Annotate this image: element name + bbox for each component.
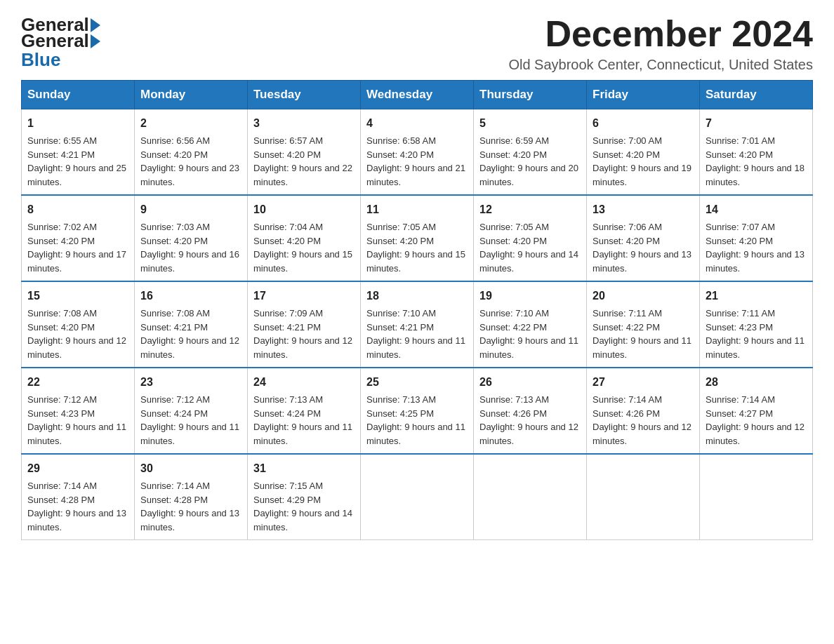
table-row: 7Sunrise: 7:01 AMSunset: 4:20 PMDaylight… bbox=[700, 109, 813, 196]
day-info: Sunrise: 7:15 AMSunset: 4:29 PMDaylight:… bbox=[253, 479, 355, 534]
table-row: 8Sunrise: 7:02 AMSunset: 4:20 PMDaylight… bbox=[22, 195, 135, 281]
table-row: 16Sunrise: 7:08 AMSunset: 4:21 PMDayligh… bbox=[135, 281, 248, 368]
day-info: Sunrise: 7:12 AMSunset: 4:23 PMDaylight:… bbox=[27, 393, 128, 448]
table-row: 5Sunrise: 6:59 AMSunset: 4:20 PMDaylight… bbox=[474, 109, 587, 196]
month-year-title: December 2024 bbox=[508, 14, 813, 54]
calendar-week-5: 29Sunrise: 7:14 AMSunset: 4:28 PMDayligh… bbox=[22, 454, 813, 540]
location-subtitle: Old Saybrook Center, Connecticut, United… bbox=[508, 57, 813, 73]
day-info: Sunrise: 7:13 AMSunset: 4:24 PMDaylight:… bbox=[253, 393, 355, 448]
logo-arrow-icon2 bbox=[91, 34, 100, 48]
table-row: 19Sunrise: 7:10 AMSunset: 4:22 PMDayligh… bbox=[474, 281, 587, 368]
day-number: 19 bbox=[479, 288, 581, 304]
day-info: Sunrise: 7:05 AMSunset: 4:20 PMDaylight:… bbox=[366, 220, 468, 275]
table-row: 25Sunrise: 7:13 AMSunset: 4:25 PMDayligh… bbox=[361, 368, 474, 454]
day-info: Sunrise: 6:55 AMSunset: 4:21 PMDaylight:… bbox=[27, 134, 128, 189]
table-row: 26Sunrise: 7:13 AMSunset: 4:26 PMDayligh… bbox=[474, 368, 587, 454]
table-row: 30Sunrise: 7:14 AMSunset: 4:28 PMDayligh… bbox=[135, 454, 248, 540]
table-row: 24Sunrise: 7:13 AMSunset: 4:24 PMDayligh… bbox=[248, 368, 361, 454]
day-info: Sunrise: 7:10 AMSunset: 4:22 PMDaylight:… bbox=[479, 307, 581, 361]
table-row: 3Sunrise: 6:57 AMSunset: 4:20 PMDaylight… bbox=[248, 109, 361, 196]
table-row: 22Sunrise: 7:12 AMSunset: 4:23 PMDayligh… bbox=[22, 368, 135, 454]
table-row: 17Sunrise: 7:09 AMSunset: 4:21 PMDayligh… bbox=[248, 281, 361, 368]
col-monday: Monday bbox=[135, 81, 248, 109]
day-number: 11 bbox=[366, 201, 468, 218]
table-row: 9Sunrise: 7:03 AMSunset: 4:20 PMDaylight… bbox=[135, 195, 248, 281]
table-row: 20Sunrise: 7:11 AMSunset: 4:22 PMDayligh… bbox=[587, 281, 700, 368]
col-saturday: Saturday bbox=[700, 81, 813, 109]
calendar-header-row: Sunday Monday Tuesday Wednesday Thursday… bbox=[22, 81, 813, 109]
day-info: Sunrise: 7:05 AMSunset: 4:20 PMDaylight:… bbox=[479, 220, 581, 275]
day-number: 29 bbox=[27, 460, 128, 477]
calendar-table: Sunday Monday Tuesday Wednesday Thursday… bbox=[21, 80, 813, 540]
day-info: Sunrise: 7:02 AMSunset: 4:20 PMDaylight:… bbox=[27, 220, 128, 275]
day-info: Sunrise: 6:58 AMSunset: 4:20 PMDaylight:… bbox=[366, 134, 468, 189]
day-number: 3 bbox=[253, 115, 355, 132]
day-number: 31 bbox=[253, 460, 355, 477]
day-info: Sunrise: 6:56 AMSunset: 4:20 PMDaylight:… bbox=[140, 134, 241, 189]
table-row: 12Sunrise: 7:05 AMSunset: 4:20 PMDayligh… bbox=[474, 195, 587, 281]
table-row: 28Sunrise: 7:14 AMSunset: 4:27 PMDayligh… bbox=[700, 368, 813, 454]
calendar-week-2: 8Sunrise: 7:02 AMSunset: 4:20 PMDaylight… bbox=[22, 195, 813, 281]
col-friday: Friday bbox=[587, 81, 700, 109]
day-number: 9 bbox=[140, 201, 241, 218]
day-number: 2 bbox=[140, 115, 241, 132]
calendar-week-3: 15Sunrise: 7:08 AMSunset: 4:20 PMDayligh… bbox=[22, 281, 813, 368]
day-info: Sunrise: 7:14 AMSunset: 4:27 PMDaylight:… bbox=[706, 393, 807, 448]
day-number: 26 bbox=[479, 374, 581, 391]
col-sunday: Sunday bbox=[22, 81, 135, 109]
day-number: 6 bbox=[593, 115, 694, 132]
day-info: Sunrise: 7:01 AMSunset: 4:20 PMDaylight:… bbox=[706, 134, 807, 189]
col-thursday: Thursday bbox=[474, 81, 587, 109]
table-row: 10Sunrise: 7:04 AMSunset: 4:20 PMDayligh… bbox=[248, 195, 361, 281]
day-info: Sunrise: 7:11 AMSunset: 4:22 PMDaylight:… bbox=[593, 307, 694, 361]
col-wednesday: Wednesday bbox=[361, 81, 474, 109]
day-info: Sunrise: 7:08 AMSunset: 4:21 PMDaylight:… bbox=[140, 307, 241, 361]
day-info: Sunrise: 7:13 AMSunset: 4:26 PMDaylight:… bbox=[479, 393, 581, 448]
logo-blue-text: Blue bbox=[21, 49, 60, 70]
table-row: 29Sunrise: 7:14 AMSunset: 4:28 PMDayligh… bbox=[22, 454, 135, 540]
day-number: 12 bbox=[479, 201, 581, 218]
day-number: 1 bbox=[27, 115, 128, 132]
day-info: Sunrise: 7:14 AMSunset: 4:26 PMDaylight:… bbox=[593, 393, 694, 448]
table-row: 6Sunrise: 7:00 AMSunset: 4:20 PMDaylight… bbox=[587, 109, 700, 196]
table-row: 23Sunrise: 7:12 AMSunset: 4:24 PMDayligh… bbox=[135, 368, 248, 454]
page-header: General General Blue December 2024 Old S… bbox=[21, 14, 813, 73]
day-number: 15 bbox=[27, 288, 128, 304]
day-number: 20 bbox=[593, 288, 694, 304]
table-row bbox=[361, 454, 474, 540]
day-number: 21 bbox=[706, 288, 807, 304]
day-number: 7 bbox=[706, 115, 807, 132]
day-info: Sunrise: 7:03 AMSunset: 4:20 PMDaylight:… bbox=[140, 220, 241, 275]
day-info: Sunrise: 7:12 AMSunset: 4:24 PMDaylight:… bbox=[140, 393, 241, 448]
day-info: Sunrise: 7:09 AMSunset: 4:21 PMDaylight:… bbox=[253, 307, 355, 361]
logo: General General Blue bbox=[21, 14, 102, 71]
title-area: December 2024 Old Saybrook Center, Conne… bbox=[508, 14, 813, 73]
table-row: 4Sunrise: 6:58 AMSunset: 4:20 PMDaylight… bbox=[361, 109, 474, 196]
table-row: 21Sunrise: 7:11 AMSunset: 4:23 PMDayligh… bbox=[700, 281, 813, 368]
table-row bbox=[474, 454, 587, 540]
table-row: 1Sunrise: 6:55 AMSunset: 4:21 PMDaylight… bbox=[22, 109, 135, 196]
table-row: 31Sunrise: 7:15 AMSunset: 4:29 PMDayligh… bbox=[248, 454, 361, 540]
day-info: Sunrise: 7:13 AMSunset: 4:25 PMDaylight:… bbox=[366, 393, 468, 448]
day-number: 27 bbox=[593, 374, 694, 391]
day-info: Sunrise: 6:59 AMSunset: 4:20 PMDaylight:… bbox=[479, 134, 581, 189]
day-number: 14 bbox=[706, 201, 807, 218]
day-info: Sunrise: 6:57 AMSunset: 4:20 PMDaylight:… bbox=[253, 134, 355, 189]
calendar-week-1: 1Sunrise: 6:55 AMSunset: 4:21 PMDaylight… bbox=[22, 109, 813, 196]
day-number: 16 bbox=[140, 288, 241, 304]
day-number: 28 bbox=[706, 374, 807, 391]
table-row: 11Sunrise: 7:05 AMSunset: 4:20 PMDayligh… bbox=[361, 195, 474, 281]
table-row: 27Sunrise: 7:14 AMSunset: 4:26 PMDayligh… bbox=[587, 368, 700, 454]
table-row: 14Sunrise: 7:07 AMSunset: 4:20 PMDayligh… bbox=[700, 195, 813, 281]
table-row: 18Sunrise: 7:10 AMSunset: 4:21 PMDayligh… bbox=[361, 281, 474, 368]
day-info: Sunrise: 7:08 AMSunset: 4:20 PMDaylight:… bbox=[27, 307, 128, 361]
day-info: Sunrise: 7:10 AMSunset: 4:21 PMDaylight:… bbox=[366, 307, 468, 361]
day-number: 22 bbox=[27, 374, 128, 391]
day-info: Sunrise: 7:14 AMSunset: 4:28 PMDaylight:… bbox=[27, 479, 128, 534]
day-info: Sunrise: 7:11 AMSunset: 4:23 PMDaylight:… bbox=[706, 307, 807, 361]
table-row: 15Sunrise: 7:08 AMSunset: 4:20 PMDayligh… bbox=[22, 281, 135, 368]
table-row bbox=[587, 454, 700, 540]
day-number: 23 bbox=[140, 374, 241, 391]
day-number: 4 bbox=[366, 115, 468, 132]
col-tuesday: Tuesday bbox=[248, 81, 361, 109]
